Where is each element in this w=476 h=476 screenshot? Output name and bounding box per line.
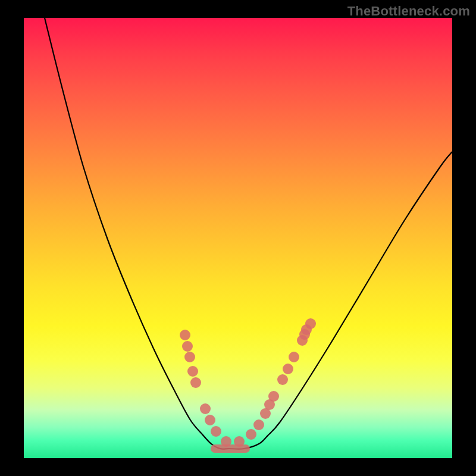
bottleneck-curve (45, 18, 452, 449)
marker-group (180, 318, 316, 447)
data-marker (200, 403, 211, 414)
watermark-text: TheBottleneck.com (347, 4, 470, 19)
data-marker (268, 391, 279, 402)
data-marker (187, 366, 198, 377)
curve-flat-bottom (211, 444, 250, 453)
chart-svg (24, 18, 452, 458)
data-marker (180, 330, 190, 340)
data-marker (301, 324, 312, 335)
data-marker (190, 377, 201, 388)
data-marker (253, 419, 264, 430)
data-marker (283, 364, 293, 374)
data-marker (184, 352, 195, 362)
data-marker (277, 374, 288, 385)
data-marker (289, 352, 299, 362)
data-marker (211, 426, 221, 437)
data-marker (246, 429, 256, 440)
data-marker (205, 415, 215, 425)
chart-frame: TheBottleneck.com (0, 0, 476, 476)
data-marker (182, 341, 193, 352)
chart-plot-area (24, 18, 452, 458)
